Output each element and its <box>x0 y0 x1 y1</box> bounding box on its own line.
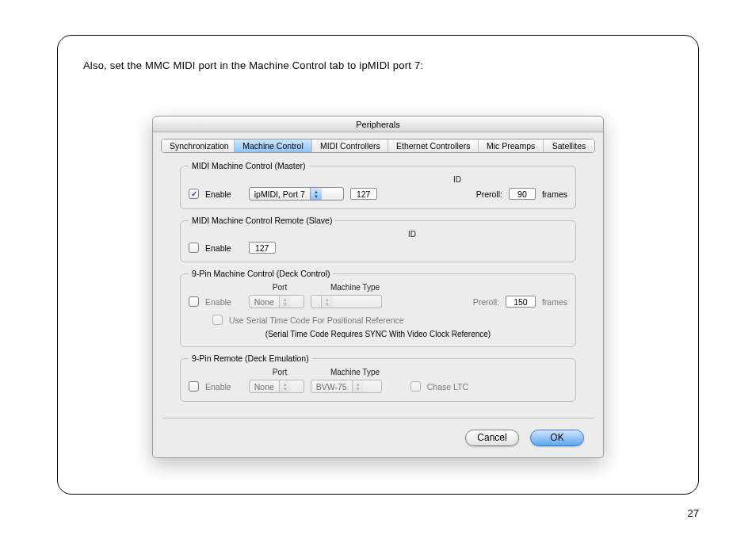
tab-mic-preamps[interactable]: Mic Preamps <box>479 139 544 152</box>
cancel-button[interactable]: Cancel <box>465 430 519 446</box>
frames-label-deck: frames <box>542 297 567 307</box>
machine-combo-remote[interactable]: BVW-75 ▲▼ <box>311 380 382 393</box>
updown-icon: ▲▼ <box>279 296 291 308</box>
updown-icon: ▲▼ <box>321 296 333 308</box>
port-header-remote: Port <box>244 368 315 376</box>
chase-ltc-label: Chase LTC <box>427 382 468 392</box>
port-combo-remote[interactable]: None ▲▼ <box>249 380 304 393</box>
ok-button[interactable]: OK <box>530 430 584 446</box>
tab-ethernet-controllers[interactable]: Ethernet Controllers <box>388 139 479 152</box>
serial-check-label: Use Serial Time Code For Positional Refe… <box>229 315 404 325</box>
preroll-label-deck: Preroll: <box>473 297 499 307</box>
enable-checkbox-remote[interactable] <box>189 381 199 392</box>
group-9pin-deck: 9-Pin Machine Control (Deck Control) Por… <box>180 269 576 347</box>
chase-ltc-checkbox[interactable] <box>410 381 421 392</box>
updown-icon: ▲▼ <box>310 188 322 200</box>
tab-bar: Synchronization Machine Control MIDI Con… <box>161 139 595 153</box>
frames-label-master: frames <box>542 189 567 199</box>
legend-9pin-remote: 9-Pin Remote (Deck Emulation) <box>189 353 312 363</box>
enable-checkbox-master[interactable] <box>189 189 199 199</box>
preroll-field-deck[interactable]: 150 <box>506 296 536 308</box>
dialog-footer: Cancel OK <box>162 418 594 457</box>
group-mmc-master: MIDI Machine Control (Master) ID Enable … <box>180 161 576 209</box>
enable-label-remote: Enable <box>205 382 231 392</box>
port-value-remote: None <box>250 382 279 392</box>
preroll-label-master: Preroll: <box>476 189 502 199</box>
serial-checkbox[interactable] <box>212 315 223 325</box>
port-value-master: ipMIDI, Port 7 <box>250 189 310 199</box>
enable-label-master: Enable <box>205 189 231 199</box>
port-combo-master[interactable]: ipMIDI, Port 7 ▲▼ <box>249 187 344 201</box>
port-header-deck: Port <box>244 283 315 292</box>
enable-label-slave: Enable <box>205 243 231 253</box>
legend-9pin-deck: 9-Pin Machine Control (Deck Control) <box>189 269 333 278</box>
port-combo-deck[interactable]: None ▲▼ <box>249 295 304 308</box>
peripherals-dialog: Peripherals Synchronization Machine Cont… <box>152 116 604 458</box>
group-9pin-remote: 9-Pin Remote (Deck Emulation) Port Machi… <box>180 353 576 402</box>
id-field-slave[interactable]: 127 <box>249 242 276 254</box>
serial-note: (Serial Time Code Requires SYNC With Vid… <box>189 330 567 338</box>
port-value-deck: None <box>250 297 279 307</box>
instruction-text: Also, set the MMC MIDI port in the Machi… <box>83 59 673 71</box>
machine-header-deck: Machine Type <box>315 283 395 292</box>
enable-label-deck: Enable <box>205 297 231 307</box>
tab-machine-control[interactable]: Machine Control <box>235 139 312 152</box>
enable-checkbox-slave[interactable] <box>189 243 199 253</box>
id-header-slave: ID <box>257 230 567 239</box>
tab-synchronization[interactable]: Synchronization <box>162 139 235 152</box>
updown-icon: ▲▼ <box>279 380 291 392</box>
machine-combo-deck[interactable]: ▲▼ <box>311 295 382 308</box>
enable-checkbox-deck[interactable] <box>189 296 199 307</box>
updown-icon: ▲▼ <box>352 380 364 392</box>
tab-midi-controllers[interactable]: MIDI Controllers <box>312 139 388 152</box>
id-header-master: ID <box>347 175 567 184</box>
legend-mmc-slave: MIDI Machine Control Remote (Slave) <box>189 216 335 225</box>
dialog-panel: MIDI Machine Control (Master) ID Enable … <box>162 161 594 413</box>
id-field-master[interactable]: 127 <box>350 188 377 200</box>
legend-mmc-master: MIDI Machine Control (Master) <box>189 161 309 170</box>
tab-satellites[interactable]: Satellites <box>544 139 594 152</box>
dialog-title: Peripherals <box>153 117 603 132</box>
machine-value-remote: BVW-75 <box>311 382 352 392</box>
group-mmc-slave: MIDI Machine Control Remote (Slave) ID E… <box>180 216 576 262</box>
machine-header-remote: Machine Type <box>315 368 395 376</box>
preroll-field-master[interactable]: 90 <box>509 188 536 200</box>
page-number: 27 <box>688 507 699 519</box>
